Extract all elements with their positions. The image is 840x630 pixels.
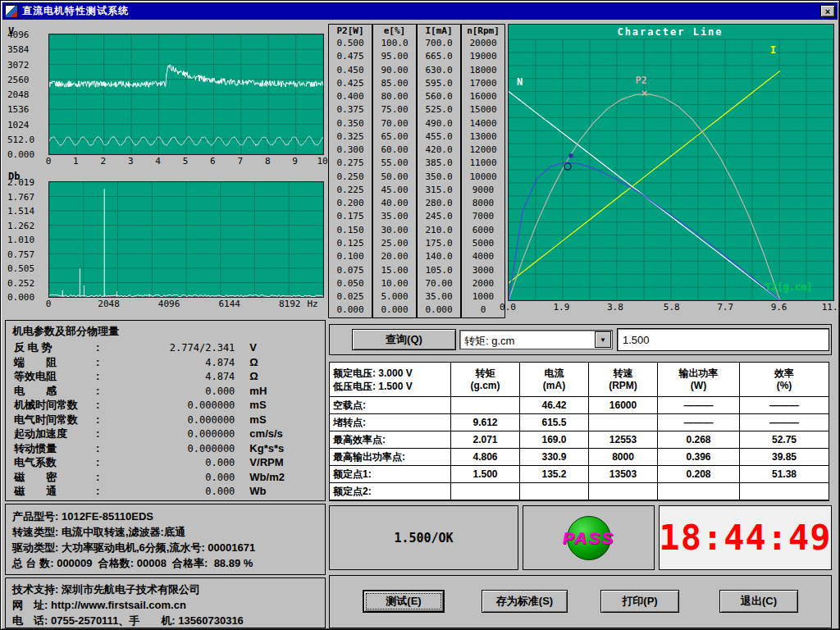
scale-value: 0.025 (329, 291, 372, 304)
scale-value: 3000 (462, 265, 504, 278)
axis-tick-label: 4096 (7, 30, 30, 40)
exit-button[interactable]: 退出(C) (719, 590, 798, 613)
parameter-row: 等效电阻:4.874Ω (6, 369, 325, 384)
scale-value: 5.000 (373, 291, 416, 304)
scale-value: 15000 (462, 104, 504, 117)
title-bar: 直流电机特性测试系统 × (2, 2, 838, 20)
support-info-line: 技术支持: 深圳市先航电子技术有限公司 (12, 582, 318, 597)
svg-text:×: × (641, 87, 648, 99)
dropdown-arrow-icon[interactable]: ▼ (595, 331, 611, 348)
scale-value: 30.00 (373, 225, 416, 238)
axis-tick-label: 2048 (98, 299, 120, 309)
print-button[interactable]: 打印(P) (600, 590, 679, 613)
axis-tick-label: 4 (155, 156, 161, 167)
scale-value: 490.0 (418, 118, 460, 131)
scale-value: 245.0 (418, 211, 460, 224)
axis-tick-label: 0.252 (7, 278, 34, 289)
torque-value-input[interactable] (617, 328, 829, 351)
scale-value: 55.00 (373, 158, 416, 171)
parameter-label: 磁 密 (14, 470, 96, 485)
scale-value: 1000 (462, 291, 504, 304)
scale-value: 60.00 (373, 144, 416, 158)
parameter-value: 0.000000 (99, 399, 235, 411)
parameter-unit: Kg*s*s (249, 442, 284, 454)
parameter-row: 转动惯量:0.000000Kg*s*s (6, 441, 325, 456)
axis-tick-label: 3072 (7, 60, 30, 71)
table-cell: 2.071 (451, 431, 520, 449)
table-cell: 0.396 (658, 449, 740, 466)
scale-value: 50.00 (373, 171, 416, 185)
scale-value: 70.00 (418, 278, 460, 291)
parameter-value: 4.874 (99, 357, 235, 368)
parameter-unit: mH (249, 385, 267, 397)
scale-column-p2: P2[W] 0.5000.4750.4500.4250.4000.3750.35… (328, 24, 372, 318)
scale-value: 315.0 (418, 185, 460, 198)
scale-value: 100.0 (373, 38, 416, 51)
scale-value: 16000 (462, 91, 504, 104)
scale-value: 20.00 (373, 251, 416, 264)
test-button[interactable]: 测试(E) (363, 590, 445, 613)
query-button[interactable]: 查询(Q) (352, 329, 456, 350)
parameter-label: 磁 通 (14, 484, 96, 499)
scale-values-i: 700.0665.0630.0595.0560.0525.0490.0455.0… (418, 38, 460, 318)
table-cell: 169.0 (520, 431, 589, 449)
app-icon (5, 5, 18, 18)
product-info-line: 转速类型: 电流中取转速,滤波器:底通 (12, 524, 318, 540)
scale-value: 65.00 (373, 131, 416, 144)
scope2-y-axis: 2.0191.7671.5141.2621.0100.7570.5050.252… (1, 181, 45, 296)
axis-tick-label: 5 (183, 156, 189, 167)
scale-column-n: n[Rpm] 200001900018000170001600015000140… (461, 24, 505, 318)
action-bar: 测试(E) 存为标准(S) 打印(P) 退出(C) (329, 575, 832, 628)
scale-value: 0.450 (329, 65, 372, 78)
clock-display: 18:44:49 (659, 518, 831, 558)
scale-value: 105.0 (418, 265, 460, 278)
scale-value: 0.125 (329, 238, 372, 251)
scale-value: 0.375 (329, 104, 372, 117)
axis-tick-label: 11.5 (822, 302, 840, 313)
parameter-value: 0.000 (99, 386, 235, 397)
table-cell (658, 483, 740, 500)
scale-value: 15.00 (373, 265, 416, 278)
axis-tick-label: 1024 (7, 120, 30, 130)
close-button[interactable]: × (820, 5, 835, 17)
parameter-row: 电 感:0.000mH (6, 384, 325, 399)
scale-value: 0.175 (329, 211, 372, 224)
scale-value: 280.0 (418, 198, 460, 211)
table-cell: 0.268 (658, 431, 740, 449)
scale-value: 90.00 (373, 65, 416, 78)
parameter-unit: Ω (249, 370, 258, 382)
scale-value: 9000 (462, 185, 504, 198)
parameter-unit: cm/s/s (249, 427, 282, 440)
axis-tick-label: 9.6 (771, 302, 788, 313)
scale-value: 0.075 (329, 265, 372, 278)
scale-value: 95.00 (373, 51, 416, 64)
torque-unit-select[interactable]: 转矩: g.cm ▼ (459, 330, 613, 349)
scale-header-i: I[mA] (418, 25, 460, 38)
scale-value: 0.150 (329, 225, 372, 238)
table-cell: 16000 (589, 397, 658, 414)
table-cell: 615.5 (520, 414, 589, 431)
spectrum-plot (48, 181, 324, 298)
svg-text:P2: P2 (635, 75, 646, 86)
parameter-row: 机械时间常数:0.000000mS (6, 398, 325, 413)
table-row-label: 最高输出功率点: (330, 449, 451, 466)
axis-tick-label: 0.505 (7, 263, 34, 274)
table-cell (589, 414, 658, 431)
scale-value: 0.500 (329, 38, 372, 51)
scale-value: 630.0 (418, 65, 460, 78)
save-standard-button[interactable]: 存为标准(S) (482, 590, 568, 613)
table-column-header: 转速(RPM) (589, 363, 658, 397)
axis-tick-label: 512.0 (7, 135, 34, 145)
parameter-value: 2.774/2.341 (99, 342, 235, 354)
table-cell: 135.2 (520, 466, 589, 483)
scale-value: 175.0 (418, 238, 460, 251)
scale-value: 17000 (462, 78, 504, 91)
scale-value: 700.0 (418, 38, 460, 51)
parameter-value: 0.000000 (99, 443, 235, 454)
table-column-header: 输出功率(W) (658, 363, 740, 397)
scale-value: 10.00 (373, 278, 416, 291)
scale-value: 560.0 (418, 91, 460, 104)
scale-value: 85.00 (373, 78, 416, 91)
parameter-label: 电气系数 (14, 455, 96, 470)
product-info-line: 驱动类型: 大功率驱动电机,6分频,流水号: 00001671 (12, 540, 318, 555)
